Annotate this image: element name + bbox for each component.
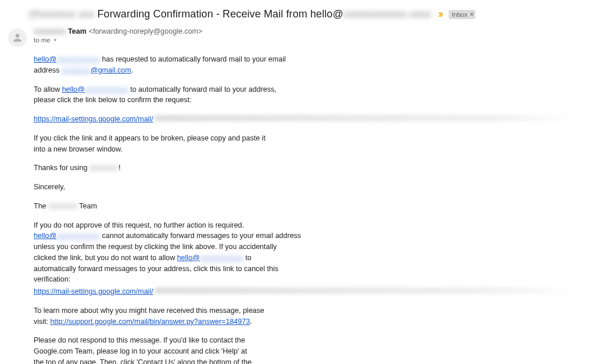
forwarding-email-link[interactable]: hello@xxxxxxxxxxxx xyxy=(177,254,243,262)
recipient-label: to me xyxy=(34,37,51,44)
label-chip-text: Inbox xyxy=(452,11,468,18)
body-paragraph: Sincerely, xyxy=(34,182,574,193)
forwarding-email-link[interactable]: hello@xxxxxxxxxxxx xyxy=(62,85,128,93)
subject-redacted-suffix: xxxxxxxxxxxx.xxxx xyxy=(343,8,431,20)
cancel-link-row: https://mail-settings.google.com/mail/ xyxy=(34,286,574,297)
sender-name-visible: Team xyxy=(68,27,87,35)
body-paragraph: If you do not approve of this request, n… xyxy=(34,220,574,286)
forwarding-email-link[interactable]: hello@xxxxxxxxxxxx xyxy=(34,55,100,63)
body-paragraph: Please do not respond to this message. I… xyxy=(34,335,574,364)
confirm-link-redacted xyxy=(155,115,574,121)
subject-text: (#xxxxxxx xxx Forwarding Confirmation - … xyxy=(29,8,431,20)
subject-row: (#xxxxxxx xxx Forwarding Confirmation - … xyxy=(5,8,590,20)
sender-name-redacted: xxxxxxxx xyxy=(34,27,66,35)
label-chip-remove[interactable]: × xyxy=(469,11,474,18)
email-body: hello@xxxxxxxxxxxx has requested to auto… xyxy=(5,48,574,364)
avatar[interactable] xyxy=(8,28,27,47)
body-paragraph: To learn more about why you might have r… xyxy=(34,305,574,327)
confirm-forwarding-link[interactable]: https://mail-settings.google.com/mail/ xyxy=(34,114,153,125)
chevron-down-icon xyxy=(52,37,59,44)
body-paragraph: If you click the link and it appears to … xyxy=(34,133,574,155)
body-paragraph: hello@xxxxxxxxxxxx has requested to auto… xyxy=(34,54,574,76)
recipient-email-link[interactable]: xxxxxxxx@gmail.com xyxy=(62,66,131,74)
cancel-forwarding-link[interactable]: https://mail-settings.google.com/mail/ xyxy=(34,286,153,297)
label-chip-inbox[interactable]: Inbox × xyxy=(449,10,476,19)
subject-redacted-prefix: (#xxxxxxx xxx xyxy=(29,8,94,20)
body-paragraph: Thanks for using xxxxxxxx! xyxy=(34,163,574,174)
cancel-link-redacted xyxy=(155,287,574,294)
important-marker-icon[interactable] xyxy=(437,10,445,19)
forwarding-email-link[interactable]: hello@xxxxxxxxxxxx xyxy=(34,232,100,240)
body-paragraph: To allow hello@xxxxxxxxxxxx to automatic… xyxy=(34,84,574,106)
confirm-link-row: https://mail-settings.google.com/mail/ xyxy=(34,114,574,125)
recipient-dropdown[interactable]: to me xyxy=(34,37,59,44)
person-icon xyxy=(12,32,23,44)
support-link[interactable]: http://support.google.com/mail/bin/answe… xyxy=(50,318,250,326)
body-paragraph: The xxxxxxxx Team xyxy=(34,201,574,212)
sender-line: xxxxxxxx Team <forwarding-noreply@google… xyxy=(34,27,590,35)
sender-address: <forwarding-noreply@google.com> xyxy=(89,27,202,35)
email-header: xxxxxxxx Team <forwarding-noreply@google… xyxy=(5,27,590,47)
subject-main: Forwarding Confirmation - Receive Mail f… xyxy=(97,8,343,20)
